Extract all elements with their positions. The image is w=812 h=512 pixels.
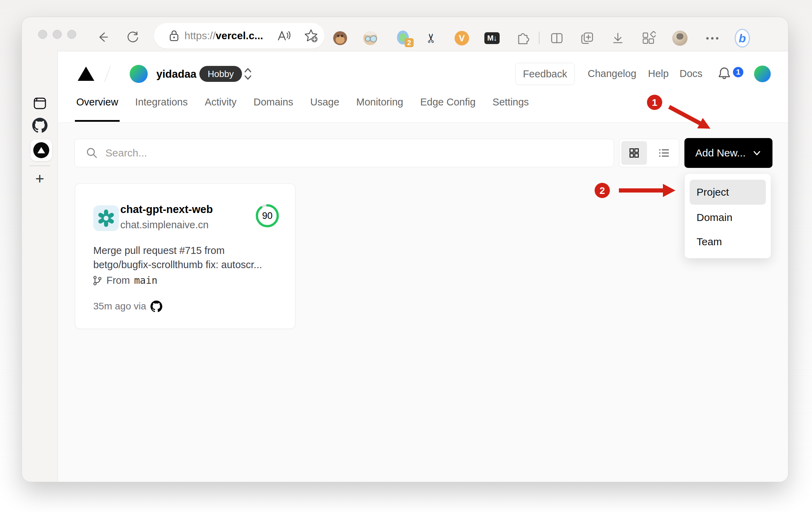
dropdown-item-team[interactable]: Team: [690, 229, 766, 254]
minimize-window-button[interactable]: [53, 30, 62, 39]
tab-edge-config[interactable]: Edge Config: [420, 96, 476, 122]
list-view-button[interactable]: [651, 141, 677, 165]
commit-message: Merge pull request #715 from betgo/bugfi…: [93, 244, 262, 272]
search-box[interactable]: [75, 139, 614, 167]
project-card[interactable]: chat-gpt-next-web chat.simplenaive.cn 90…: [75, 184, 295, 329]
git-branch-icon: [93, 275, 102, 286]
github-tab-icon[interactable]: [22, 118, 58, 133]
split-screen-icon[interactable]: [549, 31, 564, 46]
team-name[interactable]: yidadaa: [156, 68, 196, 80]
profile-avatar[interactable]: [672, 31, 688, 46]
score-ring: 90: [255, 203, 280, 228]
browser-toolbar: https://vercel.c... 2 ✂ V M↓: [22, 17, 788, 51]
clipper-extension-icon[interactable]: ✂: [424, 31, 439, 46]
back-button[interactable]: [96, 30, 110, 44]
close-window-button[interactable]: [38, 30, 47, 39]
apps-launcher-icon[interactable]: [641, 31, 656, 46]
tab-monitoring[interactable]: Monitoring: [356, 96, 403, 122]
score-value: 90: [255, 203, 280, 228]
tab-activity[interactable]: Activity: [205, 96, 236, 122]
project-domain[interactable]: chat.simplenaive.cn: [120, 219, 209, 231]
branch-prefix: From: [106, 275, 130, 286]
user-avatar[interactable]: [754, 66, 771, 82]
vercel-logo[interactable]: [78, 67, 94, 81]
user-agent-extension-icon[interactable]: [363, 31, 378, 46]
vercel-page: yidadaa Hobby Feedback Changelog Help Do…: [58, 51, 788, 482]
markdown-extension-icon[interactable]: M↓: [484, 31, 500, 46]
team-avatar[interactable]: [130, 65, 148, 83]
view-toggle: [619, 139, 679, 167]
bing-chat-icon[interactable]: b: [735, 31, 750, 46]
feedback-button[interactable]: Feedback: [515, 63, 575, 85]
read-aloud-icon[interactable]: [276, 29, 292, 43]
favorite-star-icon[interactable]: [303, 28, 319, 43]
search-input[interactable]: [105, 147, 614, 159]
vercel-tab-active[interactable]: [31, 139, 52, 161]
notification-count-badge[interactable]: 1: [732, 66, 744, 78]
downloads-icon[interactable]: [610, 31, 625, 46]
project-name[interactable]: chat-gpt-next-web: [120, 203, 213, 216]
extensions-puzzle-icon[interactable]: [515, 31, 530, 46]
tab-settings[interactable]: Settings: [493, 96, 529, 122]
toolbar-divider: [539, 32, 539, 44]
lock-icon: [169, 29, 180, 42]
openai-logo-icon: [93, 205, 119, 231]
tab-usage[interactable]: Usage: [310, 96, 339, 122]
video-extension-icon[interactable]: V: [454, 31, 469, 46]
changelog-link[interactable]: Changelog: [588, 68, 636, 79]
zoom-window-button[interactable]: [67, 30, 76, 39]
refresh-button[interactable]: [126, 30, 140, 44]
tab-overview[interactable]: Overview: [76, 96, 118, 122]
browser-window: https://vercel.c... 2 ✂ V M↓: [21, 17, 788, 482]
branch-name: main: [134, 275, 157, 286]
help-link[interactable]: Help: [648, 68, 669, 79]
breadcrumb-slash: [104, 66, 111, 82]
plan-badge: Hobby: [199, 66, 242, 82]
more-menu-icon[interactable]: [705, 31, 720, 46]
tampermonkey-extension-icon[interactable]: [332, 31, 348, 46]
team-switcher-icon[interactable]: [243, 67, 253, 81]
card-footer: 35m ago via: [93, 300, 162, 312]
tab-domains[interactable]: Domains: [253, 96, 293, 122]
extension-badge: 2: [405, 38, 414, 47]
github-icon: [150, 300, 162, 312]
dropdown-item-domain[interactable]: Domain: [690, 205, 766, 230]
add-new-dropdown: Project Domain Team: [684, 173, 771, 258]
collections-icon[interactable]: [580, 31, 595, 46]
new-tab-button[interactable]: +: [22, 171, 58, 186]
url-text: https://vercel.c...: [184, 30, 263, 42]
updated-time: 35m ago via: [93, 301, 146, 312]
chevron-down-icon: [752, 148, 762, 158]
notifications-bell-icon[interactable]: [716, 65, 733, 82]
nav-tabs: Overview Integrations Activity Domains U…: [76, 96, 529, 122]
address-bar[interactable]: https://vercel.c...: [154, 23, 325, 49]
dropdown-item-project[interactable]: Project: [690, 180, 766, 205]
proxy-extension-icon[interactable]: 2: [396, 31, 412, 46]
search-icon: [85, 146, 98, 160]
grid-view-button[interactable]: [621, 141, 647, 165]
branch-row: From main: [93, 275, 157, 286]
tab-panel-icon[interactable]: [22, 95, 58, 111]
tab-integrations[interactable]: Integrations: [135, 96, 188, 122]
browser-sidebar: +: [22, 51, 58, 482]
docs-link[interactable]: Docs: [680, 68, 702, 79]
vercel-favicon: [33, 142, 49, 158]
sidebar-divider: [29, 165, 50, 166]
add-new-button[interactable]: Add New...: [684, 138, 772, 168]
